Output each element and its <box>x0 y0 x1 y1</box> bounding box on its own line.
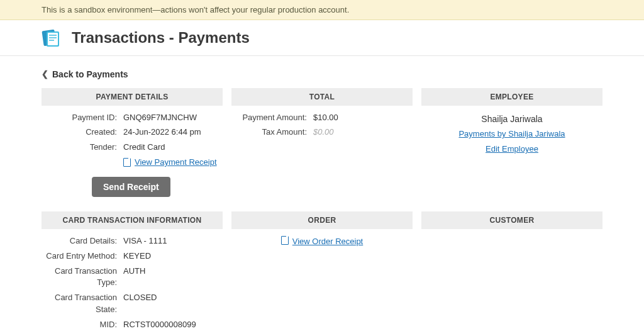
chevron-left-icon: ❮ <box>42 69 48 79</box>
payment-details-body: Payment ID: GNQ69F7MJNCHW Created: 24-Ju… <box>42 106 223 200</box>
total-section: TOTAL Payment Amount: $10.00 Tax Amount:… <box>231 88 413 200</box>
payment-amount-label: Payment Amount: <box>231 112 313 124</box>
page-header: Transactions - Payments <box>0 20 644 56</box>
payment-amount-value: $10.00 <box>313 112 413 124</box>
card-details-row: Card Details: VISA - 1111 <box>42 235 223 247</box>
document-icon <box>123 158 131 167</box>
customer-header: CUSTOMER <box>421 211 602 229</box>
txn-state-value: CLOSED <box>123 292 223 304</box>
txn-type-label: Card Transaction Type: <box>42 266 123 289</box>
document-icon <box>281 236 289 245</box>
employee-name: Shailja Jariwala <box>421 112 602 127</box>
tax-amount-row: Tax Amount: $0.00 <box>231 126 413 138</box>
send-receipt-button[interactable]: Send Receipt <box>92 177 170 197</box>
card-transaction-section: CARD TRANSACTION INFORMATION Card Detail… <box>42 211 223 331</box>
customer-body <box>421 229 602 235</box>
back-link-text: Back to Payments <box>52 69 128 79</box>
created-value: 24-Jun-2022 6:44 pm <box>123 126 223 138</box>
mid-label: MID: <box>42 319 123 331</box>
total-header: TOTAL <box>231 88 413 106</box>
payment-amount-row: Payment Amount: $10.00 <box>231 112 413 124</box>
mid-row: MID: RCTST0000008099 <box>42 319 223 331</box>
send-receipt-row: Send Receipt <box>42 172 223 197</box>
mid-value: RCTST0000008099 <box>123 319 223 331</box>
tax-amount-label: Tax Amount: <box>231 126 313 138</box>
sandbox-banner: This is a sandbox environment—actions wo… <box>0 0 644 20</box>
edit-employee-link[interactable]: Edit Employee <box>486 144 538 154</box>
order-header: ORDER <box>231 211 413 229</box>
txn-state-label: Card Transaction State: <box>42 292 123 316</box>
view-order-receipt-link[interactable]: View Order Receipt <box>292 237 363 246</box>
view-payment-receipt-row: View Payment Receipt <box>42 157 223 169</box>
page-title: Transactions - Payments <box>72 29 250 47</box>
tender-row: Tender: Credit Card <box>42 142 223 154</box>
customer-section: CUSTOMER <box>421 211 602 331</box>
content: ❮ Back to Payments PAYMENT DETAILS Payme… <box>0 56 644 331</box>
card-transaction-header: CARD TRANSACTION INFORMATION <box>42 211 223 229</box>
back-to-payments-link[interactable]: ❮ Back to Payments <box>42 69 128 79</box>
employee-section: EMPLOYEE Shailja Jariwala Payments by Sh… <box>421 88 602 200</box>
svg-rect-2 <box>48 33 58 45</box>
top-sections-row: PAYMENT DETAILS Payment ID: GNQ69F7MJNCH… <box>42 88 602 200</box>
txn-type-row: Card Transaction Type: AUTH <box>42 266 223 289</box>
txn-state-row: Card Transaction State: CLOSED <box>42 292 223 316</box>
sandbox-text: This is a sandbox environment—actions wo… <box>42 5 349 14</box>
order-body: View Order Receipt <box>231 229 413 246</box>
payment-id-value: GNQ69F7MJNCHW <box>123 112 223 124</box>
payment-details-header: PAYMENT DETAILS <box>42 88 223 106</box>
entry-method-row: Card Entry Method: KEYED <box>42 250 223 262</box>
view-payment-receipt-link[interactable]: View Payment Receipt <box>135 157 217 169</box>
app-icon <box>42 28 62 48</box>
card-transaction-body: Card Details: VISA - 1111 Card Entry Met… <box>42 229 223 331</box>
tender-label: Tender: <box>42 142 123 154</box>
tender-value: Credit Card <box>123 142 223 154</box>
entry-method-value: KEYED <box>123 250 223 262</box>
created-label: Created: <box>42 126 123 138</box>
tax-amount-value: $0.00 <box>313 126 413 138</box>
bottom-sections-row: CARD TRANSACTION INFORMATION Card Detail… <box>42 211 602 331</box>
payment-id-row: Payment ID: GNQ69F7MJNCHW <box>42 112 223 124</box>
created-row: Created: 24-Jun-2022 6:44 pm <box>42 126 223 138</box>
employee-body: Shailja Jariwala Payments by Shailja Jar… <box>421 106 602 157</box>
order-section: ORDER View Order Receipt <box>231 211 413 331</box>
entry-method-label: Card Entry Method: <box>42 250 123 262</box>
payment-details-section: PAYMENT DETAILS Payment ID: GNQ69F7MJNCH… <box>42 88 223 200</box>
payment-id-label: Payment ID: <box>42 112 123 124</box>
card-details-label: Card Details: <box>42 235 123 247</box>
card-details-value: VISA - 1111 <box>123 235 223 247</box>
employee-header: EMPLOYEE <box>421 88 602 106</box>
total-body: Payment Amount: $10.00 Tax Amount: $0.00 <box>231 106 413 142</box>
txn-type-value: AUTH <box>123 266 223 278</box>
payments-by-employee-link[interactable]: Payments by Shailja Jariwala <box>458 129 565 138</box>
